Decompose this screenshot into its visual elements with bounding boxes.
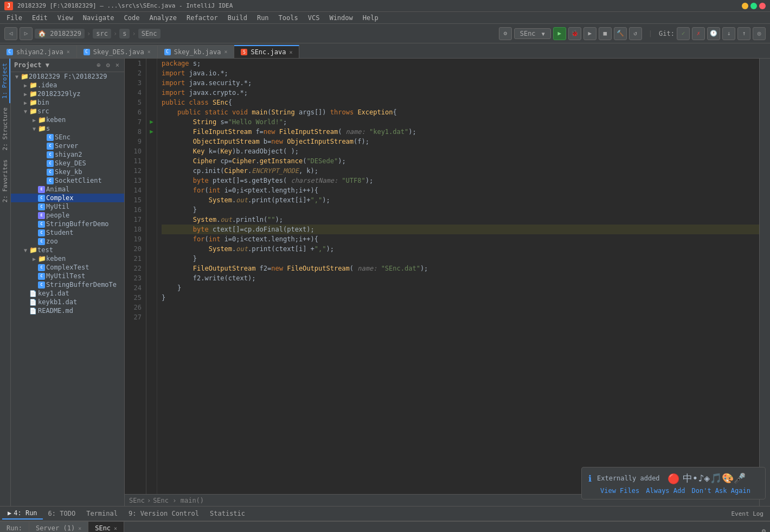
git-update-button[interactable]: ↓ <box>722 27 735 40</box>
tree-bin[interactable]: ▶ 📁 bin <box>11 98 124 107</box>
bottom-tab-todo[interactable]: 6: TODO <box>43 508 81 519</box>
git-clock-button[interactable]: 🕐 <box>707 27 720 40</box>
tree-stringbufferdemo[interactable]: ▶ C StringBufferDemo <box>11 220 124 228</box>
toolbar-breadcrumb-src[interactable]: src <box>93 29 111 39</box>
tab-senc[interactable]: S SEnc.java × <box>234 45 299 58</box>
run-tab-senc[interactable]: SEnc × <box>88 522 124 532</box>
toolbar-forward-button[interactable]: ▷ <box>20 27 33 40</box>
notification-always-add[interactable]: Always Add <box>646 487 685 495</box>
run-gutter-7[interactable]: ▶ <box>146 117 157 127</box>
menu-edit[interactable]: Edit <box>28 13 52 23</box>
tab-close-skey-kb[interactable]: × <box>224 49 227 55</box>
close-button[interactable] <box>759 3 766 9</box>
tab-close-shiyan2[interactable]: × <box>67 49 70 55</box>
notification-links: View Files Always Add Don't Ask Again <box>600 487 759 495</box>
tree-s-package[interactable]: ▼ 📁 s <box>11 124 124 133</box>
code-area[interactable]: 1 2 3 4 5 6 7 8 9 10 11 12 13 14 15 16 1… <box>125 59 759 494</box>
menu-build[interactable]: Build <box>223 13 252 23</box>
tree-student[interactable]: ▶ C Student <box>11 228 124 237</box>
tree-keben[interactable]: ▶ 📁 keben <box>11 116 124 124</box>
run-tab-server-close[interactable]: × <box>78 525 81 531</box>
tab-close-skey-des[interactable]: × <box>147 49 151 55</box>
toolbar-breadcrumb-project[interactable]: 🏠 20182329 <box>35 29 85 39</box>
toolbar-back-button[interactable]: ◁ <box>4 27 17 40</box>
tab-skey-kb[interactable]: C Skey_kb.java × <box>158 45 235 58</box>
tree-test-keben[interactable]: ▶ 📁 keben <box>11 254 124 263</box>
tree-test[interactable]: ▼ 📁 test <box>11 246 124 254</box>
tree-complextest[interactable]: ▶ C ComplexTest <box>11 263 124 272</box>
tab-skey-des[interactable]: C Skey_DES.java × <box>77 45 158 58</box>
run-gutter-8[interactable]: ▶ <box>146 127 157 137</box>
left-tab-favorites[interactable]: 2: Favorites <box>1 155 10 207</box>
menu-navigate[interactable]: Navigate <box>79 13 119 23</box>
tree-src[interactable]: ▼ 📁 src <box>11 107 124 116</box>
tree-root[interactable]: ▼ 📁 20182329 F:\20182329 <box>11 72 124 81</box>
event-log-button[interactable]: Event Log <box>727 509 768 518</box>
git-history-button[interactable]: ◎ <box>753 27 766 40</box>
tree-server[interactable]: ▶ C Server <box>11 142 124 150</box>
sidebar-settings-button[interactable]: ⚙ <box>105 61 112 69</box>
menu-run[interactable]: Run <box>253 13 273 23</box>
tree-keykb1dat[interactable]: ▶ 📄 keykb1.dat <box>11 298 124 306</box>
tree-animal[interactable]: ▶ E Animal <box>11 185 124 194</box>
run-with-coverage-button[interactable]: ▶ <box>583 27 596 40</box>
menu-file[interactable]: File <box>2 13 27 23</box>
run-tab-server[interactable]: Server (1) × <box>29 522 88 532</box>
menu-refactor[interactable]: Refactor <box>182 13 222 23</box>
notification-view-files[interactable]: View Files <box>600 487 639 495</box>
tree-idea[interactable]: ▶ 📁 .idea <box>11 81 124 89</box>
left-tab-structure[interactable]: 2: Structure <box>1 103 10 155</box>
git-push-button[interactable]: ↑ <box>737 27 750 40</box>
tree-socketclient[interactable]: ▶ C SocketClient <box>11 176 124 185</box>
sync-button[interactable]: ↺ <box>629 27 642 40</box>
tree-skey-kb[interactable]: ▶ C Skey_kb <box>11 168 124 176</box>
bottom-tab-statistic[interactable]: Statistic <box>204 508 251 519</box>
maximize-button[interactable] <box>750 3 757 9</box>
notification-dont-ask[interactable]: Don't Ask Again <box>692 487 750 495</box>
toolbar-breadcrumb-s[interactable]: s <box>119 29 130 39</box>
code-content[interactable]: package s; import java.io.*; import java… <box>157 59 759 494</box>
bottom-tab-vcs[interactable]: 9: Version Control <box>123 508 204 519</box>
tree-shiyan2[interactable]: ▶ C shiyan2 <box>11 150 124 159</box>
run-tab-senc-close[interactable]: × <box>114 525 117 531</box>
debug-button[interactable]: 🐞 <box>568 27 581 40</box>
tree-sbdemotest[interactable]: ▶ C StringBufferDemoTe <box>11 280 124 289</box>
menu-code[interactable]: Code <box>120 13 144 23</box>
minimize-button[interactable] <box>742 3 748 9</box>
bottom-tab-run[interactable]: ▶ 4: Run <box>2 508 43 520</box>
tree-myutil[interactable]: ▶ C MyUtil <box>11 202 124 211</box>
tree-senc[interactable]: ▶ C SEnc <box>11 133 124 142</box>
tab-shiyan2[interactable]: C shiyan2.java × <box>0 45 77 58</box>
stop-button[interactable]: ■ <box>599 27 612 40</box>
sidebar-close-button[interactable]: × <box>114 61 121 69</box>
tree-20182329lyz[interactable]: ▶ 📁 20182329lyz <box>11 89 124 98</box>
git-x-button[interactable]: ✗ <box>692 27 705 40</box>
run-settings-button[interactable]: ⚙ <box>758 527 770 532</box>
build-button[interactable]: 🔨 <box>614 27 627 40</box>
toolbar-breadcrumb-senc[interactable]: SEnc <box>138 29 161 39</box>
menu-analyze[interactable]: Analyze <box>145 13 181 23</box>
run-config-selector[interactable]: SEnc ▼ <box>514 28 551 39</box>
git-checkmark-button[interactable]: ✓ <box>677 27 690 40</box>
tree-readme[interactable]: ▶ 📄 README.md <box>11 306 124 315</box>
menu-help[interactable]: Help <box>358 13 383 23</box>
tab-label-skey-des: Skey_DES.java <box>93 48 144 56</box>
tree-myutiltest[interactable]: ▶ C MyUtilTest <box>11 272 124 280</box>
tree-root-label: 20182329 F:\20182329 <box>29 73 107 80</box>
menu-tools[interactable]: Tools <box>274 13 303 23</box>
sidebar-locate-button[interactable]: ⊕ <box>95 61 102 69</box>
tree-key1dat[interactable]: ▶ 📄 key1.dat <box>11 289 124 298</box>
left-tab-project[interactable]: 1: Project <box>0 59 10 103</box>
toolbar-settings-button[interactable]: ⚙ <box>499 27 512 40</box>
bottom-tab-terminal[interactable]: Terminal <box>81 508 123 519</box>
menu-view[interactable]: View <box>53 13 78 23</box>
tab-close-senc[interactable]: × <box>289 49 292 55</box>
run-button[interactable]: ▶ <box>553 27 566 40</box>
menu-window[interactable]: Window <box>325 13 357 23</box>
tree-people[interactable]: ▶ E people <box>11 211 124 220</box>
menu-vcs[interactable]: VCS <box>304 13 324 23</box>
tree-zoo[interactable]: ▶ C zoo <box>11 237 124 246</box>
tree-skey-des[interactable]: ▶ C Skey_DES <box>11 159 124 168</box>
tree-complex[interactable]: ▶ C Complex <box>11 194 124 202</box>
tree-idea-label: .idea <box>37 81 57 89</box>
